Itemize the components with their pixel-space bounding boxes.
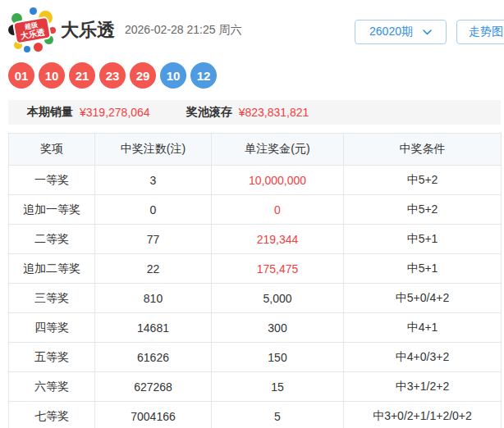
col-header-prize-amount: 单注奖金(元) [212,134,344,166]
prize-row: 追加一等奖00中5+2 [9,195,502,225]
win-condition-cell: 中5+0/4+2 [344,284,502,313]
sales-value: ¥319,278,064 [80,106,150,119]
winning-count-cell: 7004166 [95,402,212,428]
prize-table-header: 奖项 中奖注数(注) 单注奖金(元) 中奖条件 [9,134,502,166]
win-condition-cell: 中4+1 [344,313,502,343]
front-number-ball: 21 [69,62,95,89]
logo-dot [34,43,43,52]
page-title: 大乐透 [61,18,115,43]
win-condition-cell: 中4+0/3+2 [344,343,502,372]
period-select[interactable]: 26020期 [355,20,447,44]
win-condition-cell: 中5+1 [344,254,502,284]
win-condition-cell: 中5+2 [344,195,502,225]
prize-row: 四等奖14681300中4+1 [9,313,502,343]
prize-table: 奖项 中奖注数(注) 单注奖金(元) 中奖条件 一等奖310,000,000中5… [8,133,502,428]
prize-amount-cell: 219,344 [212,225,344,254]
period-select-label: 26020期 [369,25,413,39]
page: { "header": { "logo_line1": "超级", "logo_… [0,0,504,428]
prize-amount-cell: 0 [212,195,344,225]
prize-row: 一等奖310,000,000中5+2 [9,166,502,195]
prize-row: 二等奖77219,344中5+1 [9,225,502,254]
logo-dot [30,7,37,15]
prize-row: 追加二等奖22175,475中5+1 [9,254,502,284]
win-condition-cell: 中3+0/2+1/1+2/0+2 [344,402,502,428]
sales-label: 本期销量 [27,105,73,120]
col-header-prize-level: 奖项 [9,134,95,166]
front-number-ball: 10 [39,62,65,89]
prize-amount-cell: 10,000,000 [212,166,344,195]
drawn-numbers: 01102123291012 [8,62,217,89]
chevron-down-icon [423,30,432,35]
prize-row: 六等奖62726815中3+1/2+2 [9,372,502,402]
prize-level-cell: 五等奖 [9,343,95,372]
prize-row: 五等奖61626150中4+0/3+2 [9,343,502,372]
prize-level-cell: 追加一等奖 [9,195,95,225]
front-number-ball: 29 [130,62,156,89]
sales-bar: 本期销量 ¥319,278,064 奖池滚存 ¥823,831,821 [8,100,501,125]
winning-count-cell: 61626 [95,343,212,372]
trend-chart-button[interactable]: 走势图 [456,20,504,44]
winning-count-cell: 22 [95,254,212,284]
winning-count-cell: 810 [95,284,212,313]
prize-amount-cell: 15 [212,372,344,402]
super-lotto-logo: 超级 大乐透 [8,7,56,52]
prize-level-cell: 六等奖 [9,372,95,402]
prize-level-cell: 四等奖 [9,313,95,343]
prize-amount-cell: 300 [212,313,344,343]
win-condition-cell: 中3+1/2+2 [344,372,502,402]
prize-amount-cell: 5,000 [212,284,344,313]
back-number-ball: 12 [190,62,217,89]
win-condition-cell: 中5+2 [344,166,502,195]
draw-datetime: 2026-02-28 21:25 周六 [125,23,241,38]
prize-row: 三等奖8105,000中5+0/4+2 [9,284,502,313]
header: 超级 大乐透 大乐透 2026-02-28 21:25 周六 26020期 走势… [0,0,504,57]
col-header-winning-count: 中奖注数(注) [95,134,212,166]
prize-row: 七等奖70041665中3+0/2+1/1+2/0+2 [9,402,502,428]
prize-level-cell: 追加二等奖 [9,254,95,284]
front-number-ball: 01 [8,62,34,89]
col-header-win-condition: 中奖条件 [344,134,502,166]
prize-amount-cell: 175,475 [212,254,344,284]
prize-level-cell: 三等奖 [9,284,95,313]
winning-count-cell: 14681 [95,313,212,343]
prize-amount-cell: 150 [212,343,344,372]
prize-level-cell: 七等奖 [9,402,95,428]
winning-count-cell: 0 [95,195,212,225]
winning-count-cell: 77 [95,225,212,254]
winning-count-cell: 3 [95,166,212,195]
pool-label: 奖池滚存 [186,105,232,120]
front-number-ball: 23 [99,62,126,89]
win-condition-cell: 中5+1 [344,225,502,254]
back-number-ball: 10 [160,62,186,89]
prize-level-cell: 一等奖 [9,166,95,195]
prize-table-body: 一等奖310,000,000中5+2追加一等奖00中5+2二等奖77219,34… [9,166,502,428]
trend-chart-button-label: 走势图 [469,25,503,39]
logo-dot [24,46,30,52]
prize-level-cell: 二等奖 [9,225,95,254]
pool-value: ¥823,831,821 [239,106,309,119]
winning-count-cell: 627268 [95,372,212,402]
prize-amount-cell: 5 [212,402,344,428]
